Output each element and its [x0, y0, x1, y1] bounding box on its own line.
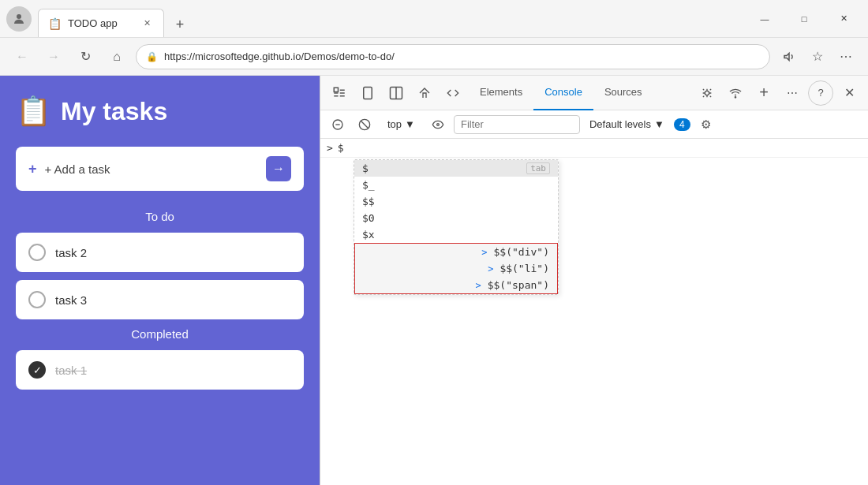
- maximize-button[interactable]: □: [786, 6, 822, 32]
- reload-button[interactable]: ↻: [73, 44, 98, 69]
- issues-badge[interactable]: 4: [674, 118, 690, 131]
- profile-icon[interactable]: [6, 6, 32, 32]
- device-emulation-button[interactable]: [355, 80, 380, 106]
- task-text-1: task 1: [55, 364, 87, 377]
- tab-hint: tab: [526, 162, 550, 174]
- console-input-text[interactable]: $: [338, 142, 344, 154]
- add-task-plus-icon: +: [28, 161, 37, 177]
- task-checkbox-3[interactable]: [28, 291, 46, 308]
- devtools-tabs: Elements Console Sources: [469, 76, 691, 110]
- suggestion-div[interactable]: > $$("div"): [355, 244, 557, 260]
- autocomplete-item-text: $$: [362, 196, 375, 207]
- devtools-toolbar: Elements Console Sources + ⋯ ? ✕: [320, 76, 868, 110]
- console-content: > $ $ tab $_ $$ $0: [320, 139, 868, 485]
- more-tools-button[interactable]: ⋯: [780, 80, 805, 106]
- wifi-button[interactable]: [723, 80, 748, 106]
- show-live-expression-button[interactable]: [427, 114, 449, 136]
- bug-button[interactable]: [694, 80, 720, 106]
- console-settings-button[interactable]: ⚙: [695, 114, 717, 136]
- sources-button[interactable]: [440, 80, 466, 106]
- title-bar: 📋 TODO app ✕ + — □ ✕: [0, 0, 868, 38]
- inspect-element-button[interactable]: [327, 80, 352, 106]
- log-levels-dropdown[interactable]: Default levels ▼: [585, 117, 669, 132]
- console-input-line[interactable]: > $: [320, 139, 868, 158]
- task-text-2: task 2: [55, 246, 87, 259]
- autocomplete-item-dollar-zero[interactable]: $0: [354, 210, 558, 226]
- console-prompt-arrow: >: [327, 142, 333, 154]
- task-item-3[interactable]: task 3: [16, 280, 304, 319]
- window-controls: — □ ✕: [746, 6, 862, 32]
- suggestion-text-div: $$("div"): [494, 246, 549, 258]
- autocomplete-item-text: $x: [362, 229, 375, 241]
- svg-line-10: [361, 121, 368, 128]
- browser-window: 📋 TODO app ✕ + — □ ✕ ← → ↻ ⌂ 🔒 https://m…: [0, 0, 868, 485]
- completed-section: Completed ✓ task 1: [16, 327, 304, 390]
- svg-point-0: [17, 14, 21, 19]
- new-tab-button[interactable]: +: [167, 12, 193, 37]
- task-item-2[interactable]: task 2: [16, 233, 304, 272]
- suggestion-text-span: $$("span"): [488, 279, 549, 291]
- back-button[interactable]: ←: [9, 44, 35, 69]
- active-tab[interactable]: 📋 TODO app ✕: [38, 9, 164, 37]
- log-levels-arrow: ▼: [654, 118, 664, 130]
- devtools-panel: Elements Console Sources + ⋯ ? ✕: [320, 76, 868, 485]
- home-button[interactable]: ⌂: [104, 44, 129, 69]
- filter-input[interactable]: [454, 115, 580, 134]
- svg-point-6: [735, 96, 735, 97]
- address-actions: ☆ ⋯: [776, 44, 859, 69]
- read-aloud-button[interactable]: [776, 44, 802, 69]
- suggestion-text-li: $$("li"): [499, 263, 549, 274]
- add-panel-button[interactable]: +: [751, 80, 776, 106]
- console-toolbar: top ▼ Default levels ▼ 4 ⚙: [320, 110, 868, 139]
- url-bar[interactable]: 🔒 https://microsoftedge.github.io/Demos/…: [136, 44, 770, 69]
- tab-close-button[interactable]: ✕: [140, 17, 154, 31]
- todo-app-icon: 📋: [16, 95, 51, 128]
- todo-app: 📋 My tasks + + Add a task → To do task 2…: [0, 76, 320, 485]
- autocomplete-item-dollar[interactable]: $ tab: [354, 160, 558, 177]
- minimize-button[interactable]: —: [746, 6, 783, 32]
- tabs-area: 📋 TODO app ✕ +: [38, 0, 746, 37]
- help-button[interactable]: ?: [808, 80, 833, 106]
- context-dropdown[interactable]: top ▼: [380, 116, 422, 132]
- panel-layout-button[interactable]: [383, 80, 409, 106]
- tab-sources[interactable]: Sources: [593, 76, 653, 110]
- more-button[interactable]: ⋯: [833, 44, 859, 69]
- task-item-1[interactable]: ✓ task 1: [16, 350, 304, 390]
- add-task-bar[interactable]: + + Add a task →: [16, 147, 304, 191]
- favorites-button[interactable]: ☆: [805, 44, 830, 69]
- url-text: https://microsoftedge.github.io/Demos/de…: [164, 50, 760, 62]
- issues-count: 4: [679, 119, 685, 130]
- devtools-close-button[interactable]: ✕: [836, 80, 862, 106]
- autocomplete-item-text: $: [362, 162, 369, 174]
- elements-home-button[interactable]: [412, 80, 437, 106]
- task-checkbox-2[interactable]: [28, 244, 46, 261]
- disable-filter-button[interactable]: [354, 114, 376, 136]
- clear-console-button[interactable]: [327, 114, 349, 136]
- autocomplete-item-dollar-x[interactable]: $x: [354, 226, 558, 243]
- autocomplete-popup: $ tab $_ $$ $0 $x: [354, 159, 559, 295]
- suggestion-arrow-icon-3: >: [475, 280, 481, 291]
- autocomplete-suggestions: > $$("div") > $$("li") > $$("span"): [354, 243, 558, 294]
- task-checkbox-1[interactable]: ✓: [28, 361, 46, 379]
- context-dropdown-arrow: ▼: [405, 118, 415, 130]
- log-levels-label: Default levels: [589, 118, 651, 130]
- task-text-3: task 3: [55, 293, 87, 307]
- svg-point-11: [437, 123, 440, 125]
- autocomplete-item-dollar-dollar[interactable]: $$: [354, 193, 558, 210]
- autocomplete-item-text: $_: [362, 179, 375, 191]
- tab-elements[interactable]: Elements: [469, 76, 533, 110]
- add-task-label: + Add a task: [45, 162, 258, 176]
- close-button[interactable]: ✕: [825, 6, 862, 32]
- autocomplete-item-text: $0: [362, 212, 375, 224]
- suggestion-arrow-icon-2: >: [488, 263, 493, 274]
- todo-section-label: To do: [16, 210, 304, 223]
- autocomplete-item-dollar-underscore[interactable]: $_: [354, 177, 558, 193]
- completed-section-label: Completed: [16, 327, 304, 341]
- lock-icon: 🔒: [146, 51, 158, 62]
- add-task-arrow-button[interactable]: →: [266, 156, 291, 181]
- suggestion-li[interactable]: > $$("li"): [355, 260, 557, 277]
- todo-title: My tasks: [61, 97, 167, 126]
- forward-button[interactable]: →: [41, 44, 66, 69]
- tab-console[interactable]: Console: [533, 76, 593, 110]
- suggestion-span[interactable]: > $$("span"): [355, 277, 557, 293]
